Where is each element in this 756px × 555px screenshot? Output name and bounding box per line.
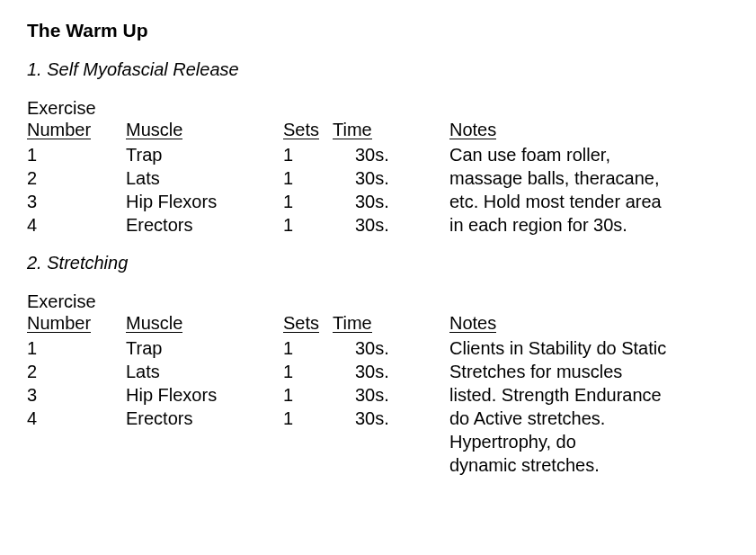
data-rows: 1 Trap 1 30s. Clients in Stability do St… bbox=[27, 336, 729, 477]
cell-time: 30s. bbox=[333, 336, 449, 360]
cell-notes-line: etc. Hold most tender area bbox=[449, 190, 719, 213]
cell-muscle: Erectors bbox=[126, 407, 283, 430]
table-stretch: Exercise Number Muscle Sets Time Notes 1… bbox=[27, 291, 729, 477]
header-top-row: Exercise bbox=[27, 291, 729, 311]
header-time: Time bbox=[333, 121, 372, 139]
header-top-row: Exercise bbox=[27, 98, 729, 118]
header-time: Time bbox=[333, 314, 372, 333]
cell-time: 30s. bbox=[333, 360, 449, 383]
cell-muscle: Trap bbox=[126, 143, 283, 166]
page-title: The Warm Up bbox=[27, 20, 729, 41]
cell-notes-line: dynamic stretches. bbox=[449, 453, 719, 477]
cell-number: 1 bbox=[27, 143, 126, 166]
header-row: Number Muscle Sets Time Notes bbox=[27, 118, 729, 141]
cell-muscle: Lats bbox=[126, 166, 283, 190]
cell-notes-line: massage balls, theracane, bbox=[449, 166, 719, 190]
header-sets: Sets bbox=[283, 121, 319, 139]
cell-number: 2 bbox=[27, 166, 126, 190]
cell-notes-line: Clients in Stability do Static bbox=[449, 336, 719, 360]
header-notes: Notes bbox=[449, 314, 496, 333]
cell-notes-line: do Active stretches. bbox=[449, 407, 719, 430]
table-row: 1 Trap 1 30s. Clients in Stability do St… bbox=[27, 336, 729, 360]
table-row: 3 Hip Flexors 1 30s. listed. Strength En… bbox=[27, 383, 729, 407]
header-row: Number Muscle Sets Time Notes bbox=[27, 311, 729, 335]
table-smr: Exercise Number Muscle Sets Time Notes 1… bbox=[27, 98, 729, 237]
section-heading-stretch: 2. Stretching bbox=[27, 253, 729, 273]
header-notes: Notes bbox=[449, 121, 496, 139]
cell-time: 30s. bbox=[333, 166, 449, 190]
header-number: Number bbox=[27, 121, 91, 139]
cell-sets: 1 bbox=[283, 190, 333, 213]
cell-muscle: Trap bbox=[126, 336, 283, 360]
header-muscle: Muscle bbox=[126, 121, 182, 139]
cell-sets: 1 bbox=[283, 336, 333, 360]
table-row: 3 Hip Flexors 1 30s. etc. Hold most tend… bbox=[27, 190, 729, 213]
cell-muscle: Hip Flexors bbox=[126, 190, 283, 213]
table-row: Hypertrophy, do bbox=[27, 430, 729, 453]
cell-time: 30s. bbox=[333, 190, 449, 213]
table-row: 1 Trap 1 30s. Can use foam roller, bbox=[27, 143, 729, 166]
cell-number: 4 bbox=[27, 407, 126, 430]
data-rows: 1 Trap 1 30s. Can use foam roller, 2 Lat… bbox=[27, 143, 729, 237]
cell-number: 2 bbox=[27, 360, 126, 383]
section-heading-smr: 1. Self Myofascial Release bbox=[27, 59, 729, 80]
cell-sets: 1 bbox=[283, 213, 333, 237]
cell-muscle: Hip Flexors bbox=[126, 383, 283, 407]
cell-sets: 1 bbox=[283, 383, 333, 407]
cell-sets: 1 bbox=[283, 166, 333, 190]
cell-time: 30s. bbox=[333, 213, 449, 237]
cell-notes-line: in each region for 30s. bbox=[449, 213, 719, 237]
header-exercise-top: Exercise bbox=[27, 98, 126, 118]
cell-time: 30s. bbox=[333, 407, 449, 430]
table-row: 2 Lats 1 30s. massage balls, theracane, bbox=[27, 166, 729, 190]
header-muscle: Muscle bbox=[126, 314, 182, 333]
cell-time: 30s. bbox=[333, 383, 449, 407]
cell-sets: 1 bbox=[283, 407, 333, 430]
table-row: 4 Erectors 1 30s. in each region for 30s… bbox=[27, 213, 729, 237]
cell-sets: 1 bbox=[283, 360, 333, 383]
cell-notes-line: Can use foam roller, bbox=[449, 143, 719, 166]
cell-notes-line: listed. Strength Endurance bbox=[449, 383, 719, 407]
header-number: Number bbox=[27, 314, 91, 333]
cell-number: 3 bbox=[27, 190, 126, 213]
cell-notes-line: Hypertrophy, do bbox=[449, 430, 719, 453]
header-exercise-top: Exercise bbox=[27, 291, 126, 311]
table-row: 4 Erectors 1 30s. do Active stretches. bbox=[27, 407, 729, 430]
cell-muscle: Lats bbox=[126, 360, 283, 383]
cell-time: 30s. bbox=[333, 143, 449, 166]
table-row: 2 Lats 1 30s. Stretches for muscles bbox=[27, 360, 729, 383]
cell-muscle: Erectors bbox=[126, 213, 283, 237]
cell-number: 3 bbox=[27, 383, 126, 407]
cell-number: 4 bbox=[27, 213, 126, 237]
cell-notes-line: Stretches for muscles bbox=[449, 360, 719, 383]
cell-sets: 1 bbox=[283, 143, 333, 166]
cell-number: 1 bbox=[27, 336, 126, 360]
table-row: dynamic stretches. bbox=[27, 453, 729, 477]
header-sets: Sets bbox=[283, 314, 319, 333]
